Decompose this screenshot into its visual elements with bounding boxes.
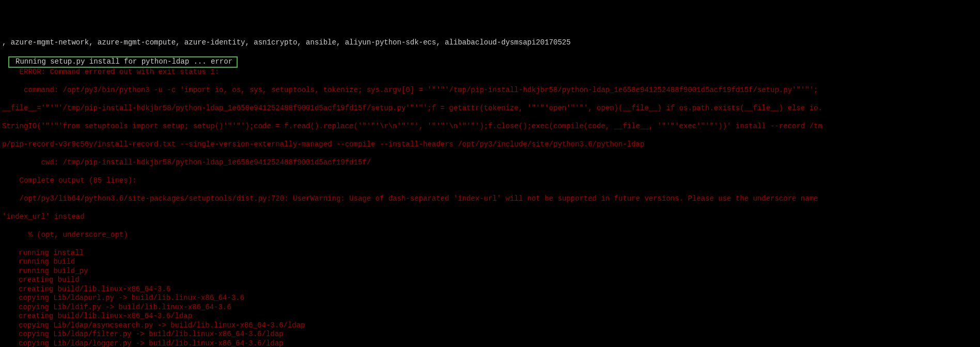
error-command-line-3: StringIO('"'"'from setuptools import set…	[0, 122, 980, 131]
error-output-count: Complete output (85 lines):	[0, 176, 980, 186]
build-output-line: copying Lib/ldif.py -> build/lib.linux-x…	[0, 303, 980, 312]
build-output-line: running build	[0, 258, 980, 267]
error-command-line-4: p/pip-record-v3r9c56y/install-record.txt…	[0, 140, 980, 149]
build-output-line: creating build	[0, 276, 980, 285]
build-output-line: copying Lib/ldap/asyncsearch.py -> build…	[0, 321, 980, 330]
error-warning-line-2: 'index_url' instead	[0, 213, 980, 222]
build-output-line: copying Lib/ldapurl.py -> build/lib.linu…	[0, 294, 980, 303]
running-setup-highlight: Running setup.py install for python-ldap…	[8, 56, 238, 68]
build-output-block: running installrunning buildrunning buil…	[0, 249, 980, 348]
error-command-line-2: __file__='"'"'/tmp/pip-install-hdkjbr58/…	[0, 104, 980, 113]
build-output-line: running install	[0, 249, 980, 258]
error-command-line-1: command: /opt/py3/bin/python3 -u -c 'imp…	[0, 86, 980, 95]
error-cwd-line: cwd: /tmp/pip-install-hdkjbr58/python-ld…	[0, 158, 980, 168]
build-output-line: creating build/lib.linux-x86_64-3.6/ldap	[0, 312, 980, 321]
build-output-line: copying Lib/ldap/logger.py -> build/lib.…	[0, 339, 980, 348]
error-warning-line-1: /opt/py3/lib64/python3.6/site-packages/s…	[0, 194, 980, 204]
error-status-line: ERROR: Command errored out with exit sta…	[0, 68, 980, 77]
build-output-line: running build_py	[0, 267, 980, 276]
build-output-line: copying Lib/ldap/filter.py -> build/lib.…	[0, 330, 980, 339]
build-output-line: creating build/lib.linux-x86_64-3.6	[0, 285, 980, 294]
error-opt-line: % (opt, underscore_opt)	[0, 231, 980, 240]
package-list-line: , azure-mgmt-network, azure-mgmt-compute…	[0, 38, 980, 48]
